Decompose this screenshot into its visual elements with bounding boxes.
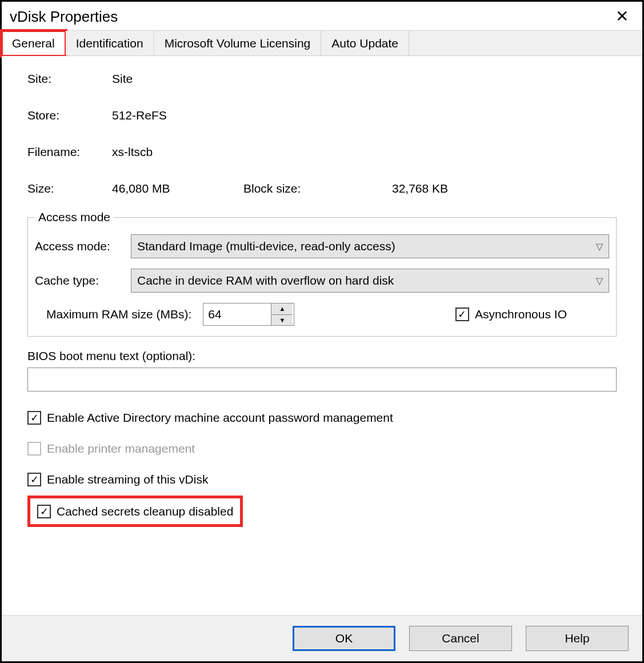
value-filename: xs-ltscb (112, 145, 153, 159)
row-cache-type: Cache type: Cache in device RAM with ove… (35, 269, 609, 293)
check-icon (27, 442, 41, 456)
value-site: Site (112, 72, 133, 86)
check-icon: ✓ (37, 505, 51, 518)
row-ram-size: Maximum RAM size (MBs): ▲ ▼ ✓ Asynchrono… (35, 303, 609, 326)
checkbox-printer-mgmt: Enable printer management (27, 442, 195, 456)
row-filename: Filename: xs-ltscb (27, 145, 617, 159)
label-size: Size: (27, 182, 112, 195)
row-access-mode: Access mode: Standard Image (multi-devic… (35, 234, 609, 258)
row-store: Store: 512-ReFS (27, 109, 617, 122)
check-icon: ✓ (455, 307, 469, 321)
value-size: 46,080 MB (112, 182, 209, 195)
input-ram-size[interactable] (203, 303, 271, 325)
label-blocksize: Block size: (243, 182, 392, 195)
check-icon: ✓ (27, 473, 41, 486)
cancel-button[interactable]: Cancel (409, 626, 512, 651)
row-site: Site: Site (27, 72, 617, 86)
label-cached-secrets: Cached secrets cleanup disabled (57, 505, 233, 518)
row-size: Size: 46,080 MB Block size: 32,768 KB (27, 182, 617, 195)
group-access-mode: Access mode Access mode: Standard Image … (27, 210, 617, 337)
spinner-ram-size[interactable]: ▲ ▼ (203, 303, 294, 326)
highlight-secrets: ✓ Cached secrets cleanup disabled (27, 496, 243, 527)
check-icon: ✓ (27, 411, 41, 425)
label-access-mode: Access mode: (35, 239, 127, 253)
tab-general[interactable]: General (2, 31, 66, 56)
help-button[interactable]: Help (526, 626, 629, 651)
select-access-mode-value: Standard Image (multi-device, read-only … (137, 239, 395, 253)
spinner-down-icon[interactable]: ▼ (271, 315, 293, 326)
value-blocksize: 32,768 KB (392, 182, 448, 195)
dialog-footer: OK Cancel Help (2, 615, 642, 661)
spinner-up-icon[interactable]: ▲ (271, 303, 293, 315)
ok-button[interactable]: OK (293, 626, 395, 651)
label-site: Site: (27, 72, 112, 86)
tab-volume-licensing[interactable]: Microsoft Volume Licensing (154, 31, 322, 55)
checkbox-streaming[interactable]: ✓ Enable streaming of this vDisk (27, 473, 208, 486)
checkbox-ad-password[interactable]: ✓ Enable Active Directory machine accoun… (27, 411, 393, 425)
label-filename: Filename: (27, 145, 112, 159)
input-bios-text[interactable] (27, 368, 617, 392)
chevron-down-icon: ▽ (596, 241, 603, 252)
label-printer-mgmt: Enable printer management (47, 442, 195, 456)
label-store: Store: (27, 109, 112, 122)
checkbox-async-io[interactable]: ✓ Asynchronous IO (455, 307, 567, 321)
checkbox-list: ✓ Enable Active Directory machine accoun… (27, 405, 617, 527)
checkbox-cached-secrets[interactable]: ✓ Cached secrets cleanup disabled (37, 505, 233, 518)
label-ram-size: Maximum RAM size (MBs): (46, 307, 191, 321)
tab-auto-update[interactable]: Auto Update (321, 31, 409, 55)
tabstrip: General Identification Microsoft Volume … (2, 30, 642, 56)
label-cache-type: Cache type: (35, 274, 127, 287)
value-store: 512-ReFS (112, 109, 167, 122)
window-title: vDisk Properties (10, 8, 118, 26)
titlebar: vDisk Properties ✕ (2, 2, 642, 30)
chevron-down-icon: ▽ (596, 275, 603, 286)
select-cache-type-value: Cache in device RAM with overflow on har… (137, 274, 394, 287)
label-ad-password: Enable Active Directory machine account … (47, 411, 393, 425)
tab-identification[interactable]: Identification (66, 31, 154, 55)
dialog-window: vDisk Properties ✕ General Identificatio… (0, 0, 644, 663)
label-async-io: Asynchronous IO (475, 307, 567, 321)
legend-access-mode: Access mode (35, 210, 114, 224)
select-access-mode[interactable]: Standard Image (multi-device, read-only … (131, 234, 609, 258)
tab-content: Site: Site Store: 512-ReFS Filename: xs-… (2, 56, 642, 615)
select-cache-type[interactable]: Cache in device RAM with overflow on har… (131, 269, 609, 293)
label-bios-text: BIOS boot menu text (optional): (27, 349, 617, 363)
label-streaming: Enable streaming of this vDisk (47, 473, 208, 486)
close-icon[interactable]: ✕ (610, 6, 634, 27)
